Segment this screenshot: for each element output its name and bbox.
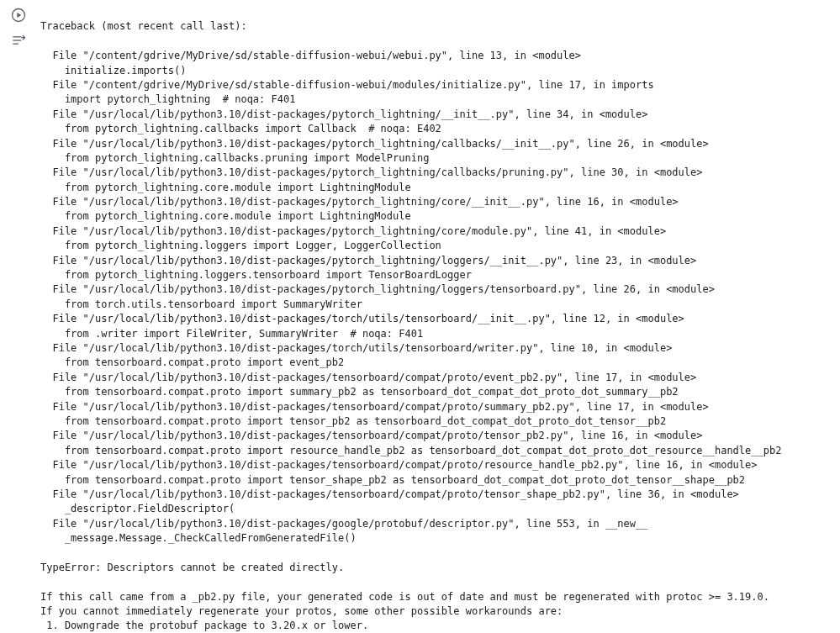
traceback-frame-code: from pytorch_lightning.loggers.tensorboa… (40, 268, 833, 282)
traceback-advice-line: 1. Downgrade the protobuf package to 3.2… (40, 619, 833, 633)
traceback-frame-loc: File "/content/gdrive/MyDrive/sd/stable-… (40, 78, 833, 92)
traceback-frame-loc: File "/usr/local/lib/python3.10/dist-pac… (40, 137, 833, 151)
traceback-frame-code: from pytorch_lightning.callbacks import … (40, 122, 833, 136)
traceback-frame-code: from tensorboard.compat.proto import ten… (40, 473, 833, 488)
traceback-frame-loc: File "/usr/local/lib/python3.10/dist-pac… (40, 458, 833, 472)
traceback-frame-loc: File "/usr/local/lib/python3.10/dist-pac… (40, 400, 833, 414)
traceback-frame-loc: File "/usr/local/lib/python3.10/dist-pac… (40, 254, 833, 268)
traceback-advice-line: If you cannot immediately regenerate you… (40, 604, 833, 619)
traceback-frame-code: from .writer import FileWriter, SummaryW… (40, 327, 833, 341)
traceback-frame-loc: File "/usr/local/lib/python3.10/dist-pac… (40, 195, 833, 209)
traceback-frame-loc: File "/usr/local/lib/python3.10/dist-pac… (40, 312, 833, 326)
traceback-frame-loc: File "/usr/local/lib/python3.10/dist-pac… (40, 341, 833, 356)
variable-inspect-icon (10, 32, 27, 49)
traceback-frame-code: from pytorch_lightning.core.module impor… (40, 181, 833, 195)
traceback-frame-code: from tensorboard.compat.proto import sum… (40, 385, 833, 399)
traceback-frame-code: _descriptor.FieldDescriptor( (40, 502, 833, 516)
run-cell-button[interactable] (8, 5, 29, 25)
traceback-frame-code: from pytorch_lightning.loggers import Lo… (40, 239, 833, 253)
traceback-frame-loc: File "/usr/local/lib/python3.10/dist-pac… (40, 108, 833, 122)
traceback-frame-code: from tensorboard.compat.proto import res… (40, 444, 833, 458)
traceback-frame-code: from torch.utils.tensorboard import Summ… (40, 298, 833, 312)
traceback-frame-code: from tensorboard.compat.proto import ten… (40, 414, 833, 429)
traceback-frame-loc: File "/usr/local/lib/python3.10/dist-pac… (40, 166, 833, 180)
traceback-frame-code: import pytorch_lightning # noqa: F401 (40, 92, 833, 107)
traceback-advice-line: If this call came from a _pb2.py file, y… (40, 590, 833, 604)
variable-inspector-button[interactable] (8, 30, 29, 50)
traceback-frame-loc: File "/content/gdrive/MyDrive/sd/stable-… (40, 49, 833, 63)
traceback-frame-loc: File "/usr/local/lib/python3.10/dist-pac… (40, 488, 833, 502)
traceback-frame-loc: File "/usr/local/lib/python3.10/dist-pac… (40, 224, 833, 239)
traceback-frame-loc: File "/usr/local/lib/python3.10/dist-pac… (40, 371, 833, 385)
traceback-frame-loc: File "/usr/local/lib/python3.10/dist-pac… (40, 282, 833, 297)
traceback-frame-code: initialize.imports() (40, 64, 833, 78)
traceback-frame-loc: File "/usr/local/lib/python3.10/dist-pac… (40, 517, 833, 531)
traceback-frame-code: _message.Message._CheckCalledFromGenerat… (40, 531, 833, 546)
cell-gutter (0, 0, 37, 50)
traceback-frame-code: from pytorch_lightning.callbacks.pruning… (40, 151, 833, 166)
play-circle-icon (10, 7, 27, 24)
traceback-frame-code: from tensorboard.compat.proto import eve… (40, 356, 833, 370)
traceback-frame-loc: File "/usr/local/lib/python3.10/dist-pac… (40, 429, 833, 443)
traceback-frame-code: from pytorch_lightning.core.module impor… (40, 209, 833, 224)
traceback-error: TypeError: Descriptors cannot be created… (40, 561, 833, 575)
cell-output: Traceback (most recent call last): File … (40, 5, 833, 633)
traceback-header: Traceback (most recent call last): (40, 19, 833, 34)
